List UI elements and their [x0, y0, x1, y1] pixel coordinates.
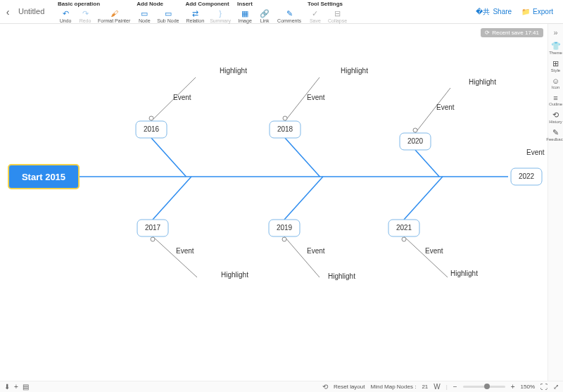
folder-icon: 📁: [521, 8, 530, 15]
nodes-label: Mind Map Nodes :: [370, 384, 416, 390]
event-node[interactable]: Event: [307, 94, 325, 101]
save-icon: ✓: [310, 8, 320, 18]
year-node-2016[interactable]: 2016: [136, 121, 167, 138]
collapse-button: ⊟Collapse: [326, 8, 349, 24]
share-button[interactable]: �共Share: [476, 7, 512, 17]
panel-style-button[interactable]: ⊞Style: [546, 57, 563, 75]
grid-icon[interactable]: ▤: [23, 383, 29, 391]
event-node[interactable]: Event: [425, 247, 443, 255]
style-icon: ⊞: [552, 59, 559, 68]
toolbar-group-label: Add Node: [135, 0, 181, 8]
branch-line: [404, 177, 443, 220]
event-node[interactable]: Event: [173, 94, 191, 101]
svg-text:Event: Event: [526, 148, 545, 156]
feedback-icon: ✎: [552, 128, 559, 137]
connector-dot: [282, 237, 286, 241]
svg-text:2018: 2018: [277, 125, 293, 133]
icon-icon: ☺: [552, 77, 559, 85]
fit-icon[interactable]: ⛶: [540, 383, 548, 391]
undo-button[interactable]: ↶Undo: [56, 8, 75, 24]
panel-icon-button[interactable]: ☺Icon: [546, 75, 563, 91]
highlight-node[interactable]: Highlight: [221, 271, 248, 279]
highlight-node[interactable]: Highlight: [469, 78, 496, 86]
branch-line: [153, 236, 197, 277]
event-node[interactable]: Event: [526, 148, 545, 156]
svg-text:Event: Event: [436, 103, 455, 111]
svg-text:2019: 2019: [277, 224, 293, 232]
outline-icon: ≡: [553, 94, 557, 102]
svg-text:Highlight: Highlight: [469, 78, 496, 86]
right-panel: » 👕Theme⊞Style☺Icon≡Outline⟲History✎Feed…: [548, 24, 563, 381]
event-node[interactable]: Event: [436, 103, 455, 111]
branch-line: [151, 138, 186, 177]
refresh-icon: ⟳: [485, 30, 490, 36]
redo-icon: ↷: [80, 8, 90, 18]
svg-text:Highlight: Highlight: [328, 272, 355, 280]
format-painter-button[interactable]: 🖌Format Painter: [96, 8, 132, 24]
reset-layout-icon[interactable]: ⟲: [322, 383, 328, 391]
branch-line: [153, 177, 191, 220]
zoom-out-button[interactable]: −: [453, 383, 457, 391]
zoom-slider[interactable]: [463, 386, 505, 388]
sub-node-button[interactable]: ▭Sub Node: [155, 8, 181, 24]
highlight-node[interactable]: Highlight: [341, 67, 368, 75]
svg-text:Highlight: Highlight: [221, 271, 248, 279]
svg-text:2022: 2022: [519, 172, 535, 180]
image-button[interactable]: ▦Image: [236, 8, 254, 24]
undo-icon: ↶: [61, 8, 70, 18]
fishbone-diagram[interactable]: Start 20152016EventHighlight2018EventHig…: [0, 24, 548, 381]
relation-icon: ⇄: [190, 8, 200, 18]
branch-line: [285, 138, 320, 177]
relation-button[interactable]: ⇄Relation: [184, 8, 206, 24]
svg-text:Event: Event: [176, 247, 194, 255]
connector-dot: [151, 237, 155, 241]
save-button: ✓Save: [306, 8, 324, 24]
toolbar-group-label: Add Component: [184, 0, 233, 8]
year-node-2019[interactable]: 2019: [269, 220, 300, 236]
fullscreen-icon[interactable]: ⤢: [553, 383, 559, 391]
event-node[interactable]: Event: [176, 247, 194, 255]
toolbar-group-label: Insert: [236, 0, 303, 8]
panel-feedback-button[interactable]: ✎Feedback: [546, 126, 563, 144]
start-node[interactable]: Start 2015: [8, 165, 79, 189]
reset-layout-label[interactable]: Reset layout: [334, 384, 365, 390]
word-count-icon[interactable]: W: [434, 383, 440, 391]
year-node-2022[interactable]: 2022: [511, 168, 542, 185]
svg-text:Highlight: Highlight: [341, 67, 368, 75]
plus-icon[interactable]: +: [14, 383, 18, 391]
link-button[interactable]: 🔗Link: [255, 8, 274, 24]
collapse-panel-button[interactable]: »: [552, 27, 559, 38]
branch-line: [284, 236, 320, 277]
zoom-in-button[interactable]: +: [511, 383, 515, 391]
svg-text:Event: Event: [173, 94, 191, 101]
export-button[interactable]: 📁Export: [521, 8, 553, 15]
comments-button[interactable]: ✎Comments: [275, 8, 303, 24]
canvas[interactable]: ⟳ Recent save 17:41 Start 20152016EventH…: [0, 24, 548, 381]
connector-dot: [149, 116, 153, 120]
doc-title[interactable]: Untitled: [13, 0, 55, 23]
panel-theme-button[interactable]: 👕Theme: [546, 39, 563, 57]
svg-text:2017: 2017: [145, 224, 161, 232]
year-node-2021[interactable]: 2021: [388, 220, 419, 236]
save-badge: ⟳ Recent save 17:41: [481, 28, 543, 37]
year-node-2020[interactable]: 2020: [400, 133, 431, 150]
highlight-node[interactable]: Highlight: [328, 272, 355, 280]
node-icon: ▭: [139, 8, 149, 18]
branch-line: [284, 177, 323, 220]
highlight-node[interactable]: Highlight: [220, 67, 247, 75]
event-node[interactable]: Event: [307, 247, 325, 255]
year-node-2018[interactable]: 2018: [270, 121, 301, 138]
theme-icon: 👕: [551, 42, 561, 51]
back-button[interactable]: ‹: [3, 0, 13, 23]
svg-text:Start 2015: Start 2015: [22, 172, 65, 182]
panel-outline-button[interactable]: ≡Outline: [546, 91, 563, 108]
svg-text:2021: 2021: [396, 224, 412, 232]
highlight-node[interactable]: Highlight: [450, 270, 478, 277]
nodes-count: 21: [422, 384, 428, 390]
panel-history-button[interactable]: ⟲History: [546, 108, 563, 126]
year-node-2017[interactable]: 2017: [137, 220, 168, 236]
node-button[interactable]: ▭Node: [135, 8, 153, 24]
download-icon[interactable]: ⬇: [4, 383, 10, 391]
format-painter-icon: 🖌: [109, 8, 119, 18]
summary-icon: }: [215, 8, 225, 18]
